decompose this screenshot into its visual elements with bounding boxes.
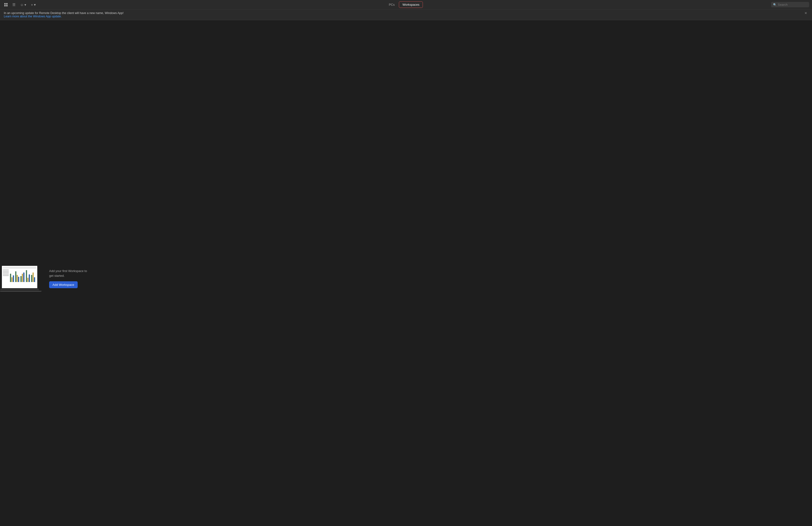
chart-bar [18,277,19,282]
status-icon: ☺ ▾ [20,3,26,6]
chart-bar-group [10,274,15,282]
chart-bar [20,276,21,282]
sidebar-row-1 [3,269,9,270]
chart-bar [15,271,16,282]
chart-bar [22,274,23,282]
screen-chart-area [10,269,36,287]
search-wrapper: 🔍 [771,2,809,8]
chart-bar-group [15,271,20,282]
chart-bar [32,272,34,282]
chart-bar [27,278,29,282]
chart-bar [31,275,32,282]
screen-content-area [3,269,36,287]
close-notification-button[interactable]: ✕ [803,11,808,15]
notification-banner: In an upcoming update for Remote Desktop… [0,10,812,20]
screen-header-bar [3,267,36,269]
laptop-screen-inner [2,266,37,288]
sidebar-row-5 [3,275,9,276]
chart-bar-group [20,272,25,282]
chart-bar [10,274,11,282]
chart-bar [13,275,14,282]
chart-bar [29,274,30,282]
notification-message: In an upcoming update for Remote Desktop… [4,11,124,15]
chart-bar [23,272,25,282]
sidebar-row-2 [3,271,9,272]
list-icon: ☰ [12,3,15,6]
status-button[interactable]: ☺ ▾ [19,2,28,8]
laptop-screen [1,265,38,289]
chart-bar [11,277,13,282]
chart-bar [34,277,35,282]
grid-view-button[interactable] [3,2,9,8]
main-content: Add your first Workspace to get started.… [0,20,812,526]
notification-link[interactable]: Learn more about the Windows App update. [4,15,62,18]
laptop-foot [0,291,42,292]
toolbar-left: ☰ ☺ ▾ + ▾ [3,2,37,8]
toolbar-right: 🔍 [771,2,809,8]
empty-state-text-block: Add your first Workspace to get started.… [49,269,92,288]
chart-bar [17,275,18,282]
toolbar: ☰ ☺ ▾ + ▾ PCs Workspaces 🔍 [0,0,812,10]
sidebar-row-3 [3,272,9,273]
chart-bars [10,269,36,283]
empty-state-description: Add your first Workspace to get started. [49,269,92,278]
add-icon: + ▾ [31,3,36,6]
sidebar-row-4 [3,274,9,275]
notification-text: In an upcoming update for Remote Desktop… [4,11,801,18]
add-button[interactable]: + ▾ [29,2,37,8]
search-input[interactable] [771,2,809,8]
grid-icon [4,3,8,6]
laptop-illustration [0,265,42,292]
chart-bar-group [26,270,31,282]
chart-bar-group [31,272,36,282]
workspaces-tab[interactable]: Workspaces [399,1,423,8]
list-view-button[interactable]: ☰ [11,2,17,8]
toolbar-nav: PCs Workspaces [37,1,771,8]
pcs-tab[interactable]: PCs [386,2,398,8]
empty-state: Add your first Workspace to get started.… [0,265,92,292]
add-workspace-button[interactable]: Add Workspace [49,281,78,288]
chart-bar [26,270,27,282]
laptop-base [0,289,39,291]
screen-sidebar [3,269,9,287]
